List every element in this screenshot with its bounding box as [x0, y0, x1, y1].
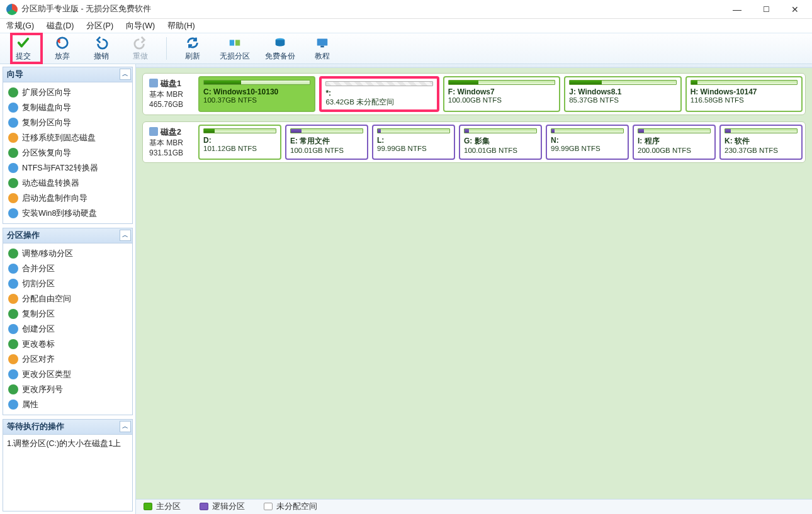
partition[interactable]: C: Windows10-10130100.37GB NTFS: [198, 76, 315, 112]
refresh-label: 刷新: [185, 51, 200, 62]
disk-label[interactable]: 磁盘2基本 MBR931.51GB: [145, 125, 195, 160]
wizard-item[interactable]: 迁移系统到固态磁盘: [6, 130, 130, 145]
partition[interactable]: H: Windows-10147116.58GB NTFS: [685, 76, 803, 112]
bullet-icon: [8, 249, 18, 259]
discard-button[interactable]: 放弃: [43, 33, 82, 64]
commit-button[interactable]: 提交: [4, 33, 43, 64]
tutorial-icon: [315, 36, 329, 50]
wizard-panel-header[interactable]: 向导 ︿: [3, 67, 132, 82]
bullet-icon: [8, 148, 18, 158]
ops-label: 合并分区: [22, 264, 55, 274]
partition[interactable]: I: 程序200.00GB NTFS: [633, 125, 716, 160]
partition[interactable]: F: Windows7100.00GB NTFS: [443, 76, 560, 112]
ops-panel-header[interactable]: 分区操作 ︿: [3, 228, 132, 243]
tutorial-button[interactable]: 教程: [303, 33, 342, 64]
bullet-icon: [8, 294, 18, 304]
partition-name: *:: [325, 89, 432, 98]
wizard-item[interactable]: 动态磁盘转换器: [6, 176, 130, 191]
ops-item[interactable]: 复制分区: [6, 306, 130, 321]
bullet-icon: [8, 87, 18, 98]
legend-logical: 逻辑分区: [200, 501, 245, 512]
chevron-up-icon[interactable]: ︿: [120, 69, 131, 80]
bullet-icon: [8, 118, 18, 128]
ops-item[interactable]: 创建分区: [6, 321, 130, 337]
disk-icon: [149, 79, 158, 87]
partition[interactable]: *:63.42GB 未分配空间: [319, 76, 439, 112]
legend-primary: 主分区: [144, 501, 181, 512]
ops-label: 分配自由空间: [22, 294, 71, 304]
wizard-item[interactable]: 扩展分区向导: [6, 85, 130, 100]
partition-sub: 100.00GB NTFS: [448, 96, 555, 104]
ops-item[interactable]: 更改卷标: [6, 337, 130, 352]
wizard-item[interactable]: 复制磁盘向导: [6, 100, 130, 115]
svg-rect-4: [317, 38, 328, 45]
minimize-button[interactable]: —: [723, 0, 752, 19]
menu-partition[interactable]: 分区(P): [86, 21, 113, 31]
ops-item[interactable]: 更改分区类型: [6, 367, 130, 382]
disk-label[interactable]: 磁盘1基本 MBR465.76GB: [145, 76, 195, 112]
partition-name: G: 影集: [464, 136, 537, 147]
chevron-up-icon[interactable]: ︿: [120, 421, 131, 432]
menu-wizard[interactable]: 向导(W): [126, 21, 155, 31]
refresh-button[interactable]: 刷新: [173, 33, 212, 64]
close-button[interactable]: ✕: [781, 0, 809, 19]
partition-sub: 99.99GB NTFS: [551, 145, 624, 152]
partition-name: H: Windows-10147: [691, 87, 798, 96]
wizard-item[interactable]: 安装Win8到移动硬盘: [6, 206, 130, 221]
content: 磁盘1基本 MBR465.76GBC: Windows10-10130100.3…: [136, 64, 812, 514]
partition-bar: [448, 80, 555, 85]
ops-item[interactable]: 更改序列号: [6, 382, 130, 397]
bullet-icon: [8, 103, 18, 113]
pending-panel-header[interactable]: 等待执行的操作 ︿: [3, 420, 132, 435]
lossless-button[interactable]: 无损分区: [212, 33, 257, 64]
ops-item[interactable]: 属性: [6, 397, 130, 412]
partition-bar: [691, 80, 798, 85]
maximize-button[interactable]: ☐: [752, 0, 781, 19]
partition-sub: 63.42GB 未分配空间: [325, 98, 432, 107]
ops-label: 创建分区: [22, 324, 55, 335]
menubar: 常规(G) 磁盘(D) 分区(P) 向导(W) 帮助(H): [0, 19, 812, 33]
partition-name: E: 常用文件: [290, 136, 363, 147]
ops-item[interactable]: 分配自由空间: [6, 291, 130, 306]
menu-disk[interactable]: 磁盘(D): [47, 21, 74, 31]
partition-bar: [203, 128, 276, 133]
wizard-item[interactable]: 复制分区向导: [6, 115, 130, 130]
partition[interactable]: G: 影集100.01GB NTFS: [459, 125, 542, 160]
menu-help[interactable]: 帮助(H): [167, 21, 195, 31]
partition[interactable]: D:101.12GB NTFS: [198, 125, 281, 160]
bullet-icon: [8, 264, 18, 274]
bullet-icon: [8, 163, 18, 173]
partition[interactable]: E: 常用文件100.01GB NTFS: [285, 125, 368, 160]
partition-name: F: Windows7: [448, 87, 555, 96]
partition-sub: 100.37GB NTFS: [203, 96, 310, 104]
tutorial-label: 教程: [315, 51, 330, 62]
ops-item[interactable]: 合并分区: [6, 261, 130, 276]
wizard-label: 复制分区向导: [22, 118, 71, 128]
backup-button[interactable]: 免费备份: [257, 33, 303, 64]
undo-label: 撤销: [94, 51, 109, 62]
partition-bar: [203, 80, 310, 85]
partition-name: J: Windows8.1: [569, 87, 676, 96]
partition[interactable]: L:99.99GB NTFS: [372, 125, 455, 160]
ops-item[interactable]: 切割分区: [6, 276, 130, 291]
partition-name: C: Windows10-10130: [203, 87, 310, 96]
partition-bar: [464, 128, 537, 133]
wizard-item[interactable]: 启动光盘制作向导: [6, 191, 130, 206]
partition-name: I: 程序: [638, 136, 711, 147]
ops-item[interactable]: 分区对齐: [6, 352, 130, 367]
pending-panel: 等待执行的操作 ︿ 1.调整分区(C:)的大小在磁盘1上: [3, 419, 133, 511]
partition-sub: 101.12GB NTFS: [203, 145, 276, 152]
pending-item[interactable]: 1.调整分区(C:)的大小在磁盘1上: [7, 439, 128, 449]
app-icon: [6, 4, 18, 15]
wizard-item[interactable]: NTFS与FAT32转换器: [6, 160, 130, 176]
partition[interactable]: J: Windows8.185.37GB NTFS: [564, 76, 681, 112]
disk-row: 磁盘1基本 MBR465.76GBC: Windows10-10130100.3…: [142, 73, 806, 115]
partition[interactable]: N:99.99GB NTFS: [546, 125, 629, 160]
partition[interactable]: K: 软件230.37GB NTFS: [719, 125, 803, 160]
bullet-icon: [8, 309, 18, 319]
wizard-item[interactable]: 分区恢复向导: [6, 145, 130, 160]
ops-item[interactable]: 调整/移动分区: [6, 246, 130, 261]
undo-button[interactable]: 撤销: [82, 33, 121, 64]
menu-general[interactable]: 常规(G): [6, 21, 34, 31]
chevron-up-icon[interactable]: ︿: [120, 230, 131, 241]
